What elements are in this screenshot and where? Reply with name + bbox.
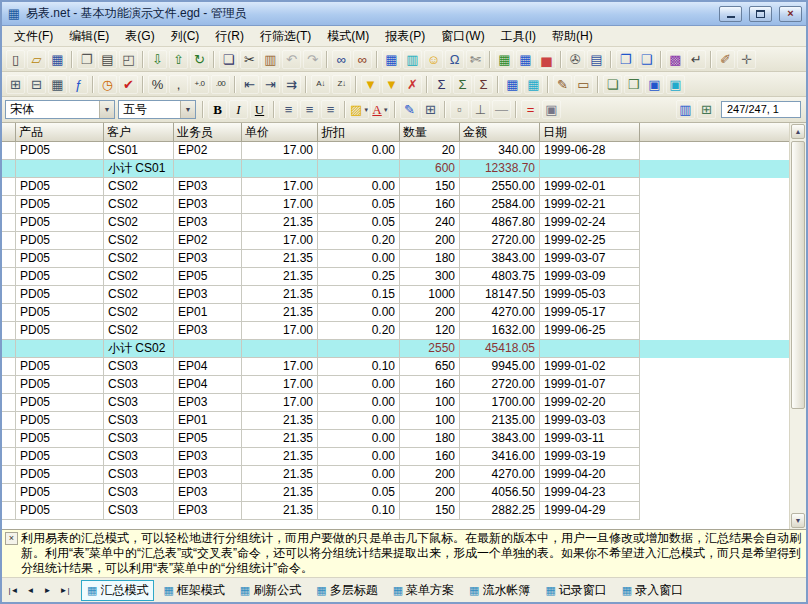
timer-button[interactable]: ◷ bbox=[98, 75, 117, 94]
row-selector[interactable] bbox=[2, 448, 16, 466]
cell-amount[interactable]: 3843.00 bbox=[460, 250, 540, 268]
cell-customer[interactable]: CS03 bbox=[104, 376, 174, 394]
cell-salesman[interactable]: EP01 bbox=[174, 412, 242, 430]
shift-left-button[interactable]: ⇤ bbox=[240, 75, 259, 94]
baseline-button[interactable]: ⊥ bbox=[471, 100, 490, 119]
find-button[interactable]: ∞ bbox=[332, 50, 351, 69]
equals-button[interactable]: = bbox=[521, 100, 540, 119]
font-color-button[interactable]: A▼ bbox=[371, 100, 390, 119]
cell-amount[interactable]: 12338.70 bbox=[460, 160, 540, 178]
cell-qty[interactable]: 120 bbox=[400, 322, 460, 340]
cell-customer[interactable]: 小计 CS02 bbox=[104, 340, 174, 358]
cell-qty[interactable]: 100 bbox=[400, 394, 460, 412]
cell-date[interactable]: 1999-02-21 bbox=[540, 196, 640, 214]
row-selector[interactable] bbox=[2, 394, 16, 412]
column-header-amount[interactable]: 金额 bbox=[460, 123, 540, 142]
dash-button[interactable]: — bbox=[492, 100, 511, 119]
cross-table-button[interactable]: ▥ bbox=[403, 50, 422, 69]
tab-refresh-formula[interactable]: ▦刷新公式 bbox=[234, 580, 307, 601]
cell-salesman[interactable]: EP05 bbox=[174, 430, 242, 448]
page-setup-button[interactable]: ❐ bbox=[77, 50, 96, 69]
cell-discount[interactable]: 0.05 bbox=[318, 484, 400, 502]
cell-qty[interactable]: 180 bbox=[400, 430, 460, 448]
row-selector[interactable] bbox=[2, 214, 16, 232]
cell-product[interactable] bbox=[16, 160, 104, 178]
cell-discount[interactable]: 0.10 bbox=[318, 502, 400, 520]
column-header-price[interactable]: 单价 bbox=[242, 123, 318, 142]
cell-qty[interactable]: 150 bbox=[400, 178, 460, 196]
cell-discount[interactable]: 0.05 bbox=[318, 214, 400, 232]
cell-salesman[interactable]: EP03 bbox=[174, 286, 242, 304]
cell-price[interactable]: 21.35 bbox=[242, 214, 318, 232]
underline-button[interactable]: U bbox=[250, 100, 269, 119]
cell-discount[interactable]: 0.00 bbox=[318, 376, 400, 394]
row-selector[interactable] bbox=[2, 178, 16, 196]
paste-button[interactable]: ▥ bbox=[261, 50, 280, 69]
row-selector[interactable] bbox=[2, 412, 16, 430]
cell-product[interactable]: PD05 bbox=[16, 448, 104, 466]
cell-amount[interactable]: 4270.00 bbox=[460, 466, 540, 484]
cell-discount[interactable]: 0.10 bbox=[318, 358, 400, 376]
cell-qty[interactable]: 200 bbox=[400, 232, 460, 250]
attach-button[interactable]: ✇ bbox=[566, 50, 585, 69]
cell-amount[interactable]: 4056.50 bbox=[460, 484, 540, 502]
worksheet-blue-button[interactable]: ▦ bbox=[516, 50, 535, 69]
cell-discount[interactable]: 0.25 bbox=[318, 268, 400, 286]
cell-product[interactable]: PD05 bbox=[16, 430, 104, 448]
cell-product[interactable]: PD05 bbox=[16, 322, 104, 340]
column-header-date[interactable]: 日期 bbox=[540, 123, 640, 142]
row-selector[interactable] bbox=[2, 196, 16, 214]
cell-customer[interactable]: CS01 bbox=[104, 142, 174, 160]
cell-customer[interactable]: CS03 bbox=[104, 358, 174, 376]
cell-price[interactable]: 17.00 bbox=[242, 394, 318, 412]
next-record-button[interactable]: ► bbox=[39, 581, 56, 599]
cell-price[interactable]: 21.35 bbox=[242, 448, 318, 466]
cell-discount[interactable]: 0.20 bbox=[318, 322, 400, 340]
cell-date[interactable] bbox=[540, 340, 640, 358]
cell-amount[interactable]: 4867.80 bbox=[460, 214, 540, 232]
cell-date[interactable]: 1999-06-25 bbox=[540, 322, 640, 340]
cell-customer[interactable]: CS02 bbox=[104, 250, 174, 268]
last-record-button[interactable]: ►| bbox=[56, 581, 73, 599]
tab-entry-window[interactable]: ▦录入窗口 bbox=[616, 580, 689, 601]
save-file-button[interactable]: ▦ bbox=[48, 50, 67, 69]
row-selector[interactable] bbox=[2, 484, 16, 502]
cell-amount[interactable]: 4270.00 bbox=[460, 304, 540, 322]
shift-right-button[interactable]: ⇥ bbox=[261, 75, 280, 94]
cell-date[interactable]: 1999-04-23 bbox=[540, 484, 640, 502]
prev-record-button[interactable]: ◄ bbox=[22, 581, 39, 599]
summary-view-button[interactable]: ▦ bbox=[503, 75, 522, 94]
filter-button[interactable]: ▼ bbox=[361, 75, 380, 94]
cell-date[interactable]: 1999-05-03 bbox=[540, 286, 640, 304]
cell-customer[interactable]: CS02 bbox=[104, 232, 174, 250]
cut-button[interactable]: ✂ bbox=[240, 50, 259, 69]
row-selector[interactable] bbox=[2, 250, 16, 268]
cell-qty[interactable]: 20 bbox=[400, 142, 460, 160]
menu-item-table[interactable]: 表(G) bbox=[117, 26, 162, 47]
borders-button[interactable]: ⊞ bbox=[421, 100, 440, 119]
detail-view-button[interactable]: ▦ bbox=[524, 75, 543, 94]
cell-price[interactable]: 17.00 bbox=[242, 322, 318, 340]
column-header-discount[interactable]: 折扣 bbox=[318, 123, 400, 142]
row-selector[interactable] bbox=[2, 340, 16, 358]
cell-product[interactable]: PD05 bbox=[16, 232, 104, 250]
cell-salesman[interactable]: EP03 bbox=[174, 250, 242, 268]
filter-custom-button[interactable]: ▼ bbox=[382, 75, 401, 94]
return-line-button[interactable]: ↵ bbox=[687, 50, 706, 69]
maximize-button[interactable] bbox=[749, 6, 772, 22]
cell-discount[interactable]: 0.00 bbox=[318, 466, 400, 484]
worksheet-green-button[interactable]: ▦ bbox=[495, 50, 514, 69]
cell-price[interactable]: 21.35 bbox=[242, 250, 318, 268]
cell-price[interactable]: 21.35 bbox=[242, 466, 318, 484]
cell-price[interactable]: 17.00 bbox=[242, 232, 318, 250]
apply-check-button[interactable]: ✔ bbox=[119, 75, 138, 94]
row-selector[interactable] bbox=[2, 268, 16, 286]
wizard-tools-button[interactable]: ✛ bbox=[737, 50, 756, 69]
cell-discount[interactable]: 0.00 bbox=[318, 448, 400, 466]
cell-product[interactable]: PD05 bbox=[16, 142, 104, 160]
cell-price[interactable]: 21.35 bbox=[242, 304, 318, 322]
cell-date[interactable]: 1999-03-19 bbox=[540, 448, 640, 466]
vertical-scrollbar[interactable]: ▲ ▼ bbox=[789, 123, 806, 529]
cell-qty[interactable]: 650 bbox=[400, 358, 460, 376]
cell-discount[interactable]: 0.00 bbox=[318, 394, 400, 412]
